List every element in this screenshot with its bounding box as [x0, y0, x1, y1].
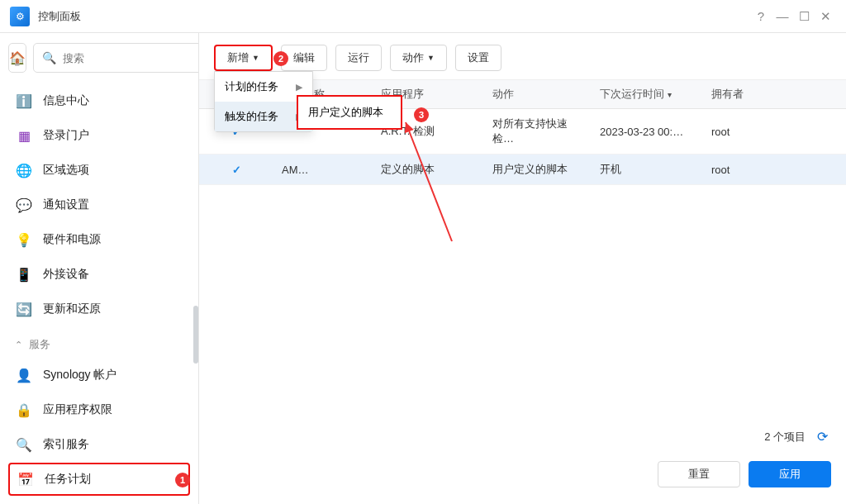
caret-down-icon: ▼ [427, 54, 435, 62]
sidebar-item-update[interactable]: 🔄 更新和还原 [8, 292, 190, 326]
dropdown-item-user-script[interactable]: 用户定义的脚本 [298, 97, 401, 128]
sidebar-label: 硬件和电源 [43, 232, 101, 247]
cell-next: 开机 [592, 155, 703, 185]
col-action[interactable]: 动作 [484, 80, 592, 109]
sidebar-label: 更新和还原 [43, 302, 101, 316]
sidebar-label: 登录门户 [43, 128, 89, 143]
annotation-1: 1 [175, 473, 190, 487]
cell-action: 用户定义的脚本 [484, 155, 592, 185]
reload-icon[interactable]: ⟳ [817, 429, 828, 445]
sidebar-item-notify[interactable]: 💬 通知设置 [8, 188, 190, 221]
table-row[interactable]: ✓ AM… 定义的脚本 用户定义的脚本 开机 root [199, 155, 846, 185]
sidebar-label: 应用程序权限 [43, 402, 112, 417]
chevron-right-icon: ▶ [296, 82, 302, 93]
window-title: 控制面板 [38, 9, 81, 24]
close-icon[interactable]: ✕ [815, 6, 836, 27]
account-icon: 👤 [15, 366, 33, 384]
maximize-icon[interactable]: ☐ [793, 6, 815, 27]
sidebar-item-portal[interactable]: ▦ 登录门户 [8, 119, 190, 152]
update-icon: 🔄 [15, 300, 33, 318]
sidebar-item-syno-account[interactable]: 👤 Synology 帐户 [8, 359, 190, 392]
sidebar: 🏠 🔍 ℹ️ 信息中心 ▦ 登录门户 🌐 区域选项 💬 通知设置 💡 硬件和电源 [0, 33, 199, 504]
cell-action: 对所有支持快速检… [484, 109, 592, 155]
section-header-services[interactable]: ⌃ 服务 [8, 330, 190, 359]
search-input[interactable] [63, 52, 199, 64]
portal-icon: ▦ [15, 126, 33, 145]
sidebar-item-task-scheduler[interactable]: 📅 任务计划 1 [8, 463, 190, 496]
caret-down-icon: ▼ [252, 54, 259, 62]
index-icon: 🔍 [15, 435, 33, 454]
add-button[interactable]: 新增 ▼ [214, 45, 273, 71]
calendar-icon: 📅 [17, 470, 35, 488]
cell-name: AM… [273, 155, 373, 185]
check-icon[interactable]: ✓ [232, 164, 241, 176]
reset-button[interactable]: 重置 [658, 461, 740, 487]
add-label: 新增 [227, 50, 249, 65]
section-label: 服务 [29, 337, 50, 352]
minimize-icon[interactable]: — [772, 6, 793, 27]
sidebar-item-external[interactable]: 📱 外接设备 [8, 258, 190, 291]
sidebar-label: 通知设置 [43, 197, 89, 212]
annotation-3: 3 [414, 107, 429, 122]
titlebar: ⚙ 控制面板 ? — ☐ ✕ [0, 0, 846, 33]
help-icon[interactable]: ? [750, 6, 772, 27]
notify-icon: 💬 [15, 196, 33, 214]
apply-button[interactable]: 应用 [749, 461, 831, 487]
sidebar-label: Synology 帐户 [43, 368, 116, 383]
col-owner[interactable]: 拥有者 [703, 80, 829, 109]
annotation-2: 2 [273, 51, 288, 66]
app-icon: ⚙ [10, 7, 30, 26]
footer: 重置 应用 [199, 453, 846, 504]
lock-icon: 🔒 [15, 401, 33, 419]
sidebar-item-app-perm[interactable]: 🔒 应用程序权限 [8, 393, 190, 426]
sidebar-item-info[interactable]: ℹ️ 信息中心 [8, 84, 190, 117]
sidebar-label: 索引服务 [43, 437, 89, 452]
sidebar-item-region[interactable]: 🌐 区域选项 [8, 154, 190, 187]
sidebar-label: 任务计划 [45, 472, 91, 487]
chevron-down-icon: ⌃ [15, 340, 22, 350]
hardware-icon: 💡 [15, 231, 33, 249]
search-icon: 🔍 [42, 51, 56, 64]
sidebar-label: 区域选项 [43, 163, 89, 178]
content-panel: 新增 ▼ 2 编辑 运行 动作 ▼ 设置 计划的任务 ▶ 触发的任务 ▶ [199, 33, 846, 504]
cell-owner: root [703, 155, 829, 185]
settings-button[interactable]: 设置 [455, 45, 501, 71]
cell-owner: root [703, 109, 829, 155]
search-box[interactable]: 🔍 [33, 43, 199, 73]
scrollbar-thumb[interactable] [193, 306, 198, 364]
sidebar-label: 外接设备 [43, 267, 89, 282]
triggered-submenu: 用户定义的脚本 [297, 95, 402, 130]
col-next-run[interactable]: 下次运行时间 [592, 80, 703, 109]
status-bar: 2 个项目 ⟳ [199, 421, 846, 453]
home-button[interactable]: 🏠 [8, 43, 26, 73]
item-count: 2 个项目 [764, 430, 806, 445]
external-icon: 📱 [15, 265, 33, 283]
cell-next: 2023-03-23 00:… [592, 109, 703, 155]
action-button[interactable]: 动作 ▼ [390, 45, 447, 71]
sidebar-item-hardware[interactable]: 💡 硬件和电源 [8, 223, 190, 256]
sidebar-label: 信息中心 [43, 93, 89, 108]
run-button[interactable]: 运行 [335, 45, 382, 71]
info-icon: ℹ️ [15, 92, 33, 110]
region-icon: 🌐 [15, 161, 33, 179]
sidebar-item-index[interactable]: 🔍 索引服务 [8, 428, 190, 461]
cell-app: 定义的脚本 [373, 155, 484, 185]
